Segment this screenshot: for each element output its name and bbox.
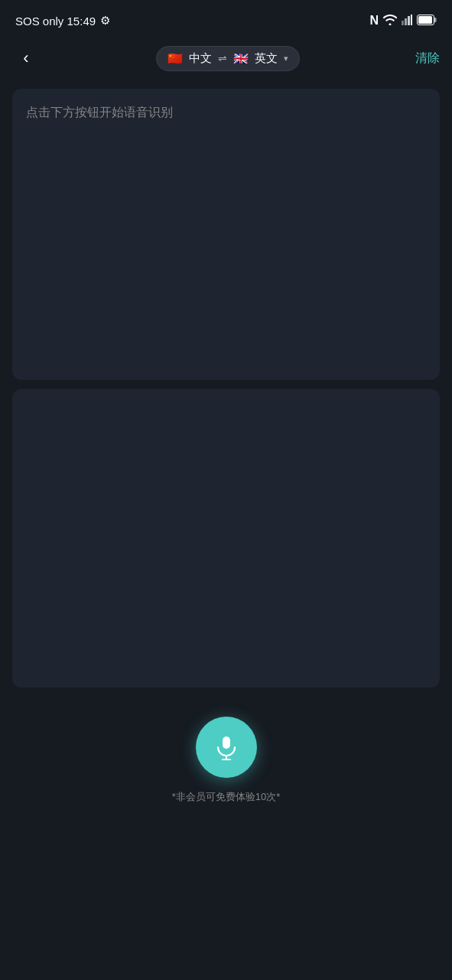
svg-rect-3 (411, 15, 412, 25)
mic-button[interactable] (196, 717, 257, 778)
mic-icon (213, 733, 240, 761)
sos-time-text: SOS only 15:49 (15, 15, 96, 28)
target-lang-flag: 🇬🇧 (233, 51, 249, 66)
speech-input-panel: 点击下方按钮开始语音识别 (12, 89, 440, 380)
back-icon: ‹ (23, 50, 28, 67)
status-right: N (369, 14, 437, 28)
language-selector[interactable]: 🇨🇳 中文 ⇌ 🇬🇧 英文 ▾ (156, 46, 300, 71)
back-button[interactable]: ‹ (12, 44, 40, 72)
status-bar: SOS only 15:49 ⚙ N (0, 0, 452, 38)
speech-hint-text: 点击下方按钮开始语音识别 (26, 106, 173, 119)
gear-icon: ⚙ (100, 14, 110, 28)
free-trial-text: *非会员可免费体验10次* (172, 790, 281, 804)
svg-rect-5 (418, 16, 432, 24)
nfc-icon: N (369, 14, 379, 28)
svg-rect-1 (405, 18, 407, 25)
mic-area: *非会员可免费体验10次* (0, 695, 452, 818)
translation-result-panel (12, 389, 440, 688)
svg-rect-6 (434, 18, 437, 22)
chevron-down-icon: ▾ (284, 54, 288, 64)
svg-rect-0 (402, 21, 404, 25)
clear-button[interactable]: 清除 (415, 51, 440, 67)
battery-icon (417, 15, 437, 28)
target-lang-label: 英文 (255, 51, 278, 66)
source-lang-label: 中文 (189, 51, 212, 66)
swap-icon: ⇌ (218, 52, 227, 64)
wifi-icon (383, 15, 397, 28)
signal-icon (402, 15, 412, 28)
svg-rect-2 (408, 16, 410, 25)
source-lang-flag: 🇨🇳 (167, 51, 183, 66)
status-left: SOS only 15:49 ⚙ (15, 14, 110, 28)
main-content: 点击下方按钮开始语音识别 (0, 81, 452, 695)
toolbar: ‹ 🇨🇳 中文 ⇌ 🇬🇧 英文 ▾ 清除 (0, 38, 452, 81)
svg-rect-7 (223, 737, 230, 749)
